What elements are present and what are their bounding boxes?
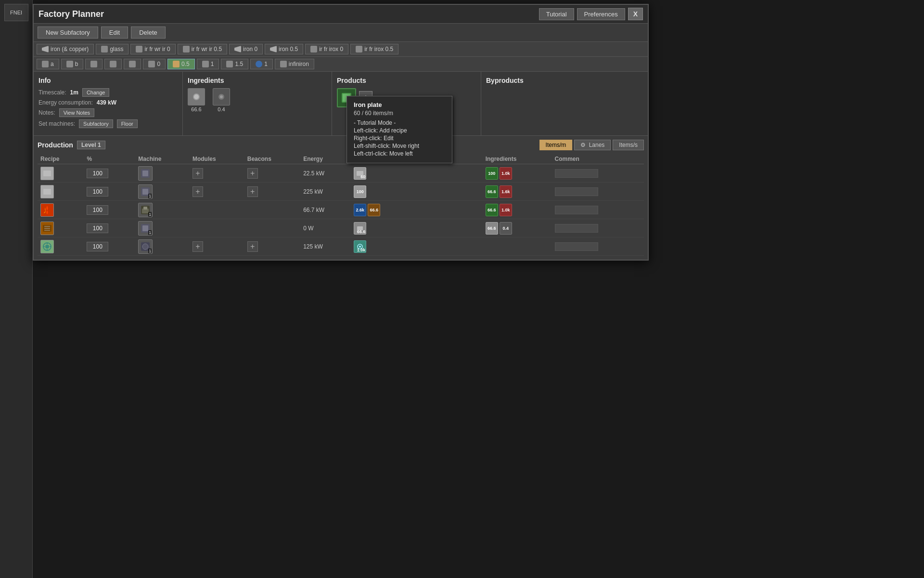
level-badge: Level 1	[77, 141, 105, 149]
svg-point-3	[220, 95, 223, 98]
ingredients-panel: Ingredients 66.6 0.4	[183, 72, 332, 135]
ingredient-icon-row4-1[interactable]: 66.6	[486, 222, 498, 235]
recipe-icon-1[interactable]	[40, 167, 54, 180]
ing-val-2-1: 66.6	[488, 189, 496, 194]
machine-icon-5[interactable]: 1	[138, 239, 153, 254]
table-row: 1 66.7 kW 2.6k 66.6	[38, 201, 644, 219]
tab-icon	[90, 61, 97, 67]
ingredient-icon-row1-1[interactable]: 100	[486, 167, 498, 180]
machine-icon-1[interactable]	[138, 166, 153, 181]
product-icon-row1[interactable]: 60	[354, 167, 366, 180]
machine-icon-3[interactable]: 1	[138, 203, 153, 217]
modules-btn-5[interactable]: +	[192, 241, 203, 252]
close-button[interactable]: X	[628, 8, 643, 20]
tab-icon	[66, 61, 73, 67]
beacons-btn-5[interactable]: +	[247, 241, 258, 252]
ingredient-icon-row2-1[interactable]: 66.6	[486, 185, 498, 198]
tab-glass[interactable]: glass	[96, 44, 128, 54]
col-pct: %	[84, 154, 135, 164]
comment-5[interactable]	[555, 242, 598, 251]
recipe-icon-2[interactable]	[40, 185, 54, 198]
product-icon-row3-2[interactable]: 66.6	[368, 204, 380, 216]
tab-icon	[234, 46, 241, 53]
fnei-btn[interactable]: FNEI	[4, 4, 28, 21]
preferences-button[interactable]: Preferences	[577, 8, 625, 20]
new-subfactory-button[interactable]: New Subfactory	[38, 26, 98, 39]
ingredient-icon-2[interactable]	[213, 88, 230, 105]
view-lanes[interactable]: ⚙ Lanes	[574, 140, 611, 150]
subfactory-button[interactable]: Subfactory	[79, 119, 113, 128]
pct-input-3[interactable]	[87, 205, 108, 215]
tab-water[interactable]: 1	[250, 59, 273, 69]
machine-icon-4[interactable]: 1	[138, 221, 153, 236]
tab-15[interactable]: 1.5	[221, 59, 248, 69]
tab-b[interactable]: b	[61, 59, 84, 69]
production-table: Recipe % Machine Modules Beacons Energy …	[38, 154, 644, 256]
view-items-per-sec[interactable]: Items/s	[613, 140, 644, 150]
tab-icon	[202, 61, 209, 67]
product-icon-row3-1[interactable]: 2.6k	[354, 204, 366, 216]
product-icon-row2[interactable]: 100	[354, 185, 366, 198]
beacons-btn-1[interactable]: +	[247, 168, 258, 179]
pct-input-2[interactable]	[87, 187, 108, 197]
pct-input-5[interactable]	[87, 242, 108, 251]
svg-rect-8	[142, 171, 148, 176]
beacons-btn-2[interactable]: +	[247, 186, 258, 197]
tab-ir-fr-wr-ir-0[interactable]: ir fr wr ir 0	[130, 44, 175, 54]
tutorial-button[interactable]: Tutorial	[539, 8, 574, 20]
recipe-icon-3[interactable]	[40, 203, 54, 217]
delete-button[interactable]: Delete	[131, 26, 166, 39]
col-energy: Energy	[300, 154, 351, 164]
content-area: Info Timescale: 1m Change Energy consump…	[34, 72, 648, 135]
ingredient-label-2: 0.4	[218, 106, 225, 112]
comment-2[interactable]	[555, 187, 598, 196]
tab-0[interactable]: 0	[143, 59, 166, 69]
tab-ir-fr-irox-05[interactable]: ir fr irox 0.5	[350, 44, 398, 54]
pct-input-4[interactable]	[87, 223, 108, 233]
recipe-icon-4[interactable]	[40, 222, 54, 235]
view-items-per-min[interactable]: Items/m	[539, 140, 573, 150]
ingredient-icon-row4-2[interactable]: 0.4	[500, 222, 512, 235]
view-notes-button[interactable]: View Notes	[59, 108, 94, 117]
change-timescale-button[interactable]: Change	[82, 88, 110, 97]
title-bar: Factory Planner Tutorial Preferences X	[34, 5, 648, 24]
tab-iron-copper[interactable]: iron (& copper)	[37, 44, 94, 54]
ingredient-icon-row3-2[interactable]: 1.0k	[500, 204, 512, 216]
recipe-icon-5[interactable]	[40, 240, 54, 253]
tab-iron-0[interactable]: iron 0	[229, 44, 263, 54]
tab-1[interactable]: 1	[197, 59, 219, 69]
col-comment: Commen	[552, 154, 644, 164]
svg-point-24	[45, 245, 49, 249]
tooltip-line-4: Left-shift-click: Move right	[354, 143, 445, 149]
tab-icon	[173, 61, 180, 67]
tab-iron-05[interactable]: iron 0.5	[265, 44, 303, 54]
machine-icon-2[interactable]: 1	[138, 184, 153, 199]
comment-4[interactable]	[555, 224, 598, 233]
tab-a[interactable]: a	[37, 59, 59, 69]
tab-row-2: a b 0 0.5 1 1.5	[34, 57, 648, 72]
svg-rect-6	[43, 171, 51, 176]
tab-05-active[interactable]: 0.5	[167, 59, 195, 69]
tab-icon	[183, 46, 190, 53]
tab-ir-fr-irox-0[interactable]: ir fr irox 0	[305, 44, 348, 54]
ingredient-icon-row3-1[interactable]: 66.6	[486, 204, 498, 216]
ingredient-icon-row1-2[interactable]: 1.0k	[500, 167, 512, 180]
tooltip-line-1: - Tutorial Mode -	[354, 119, 445, 126]
tab-empty-2[interactable]	[104, 59, 122, 69]
comment-3[interactable]	[555, 206, 598, 214]
ingredient-icon-1[interactable]	[188, 88, 205, 105]
ingredient-icon-row2-2[interactable]: 1.6k	[500, 185, 512, 198]
comment-1[interactable]	[555, 169, 598, 178]
ingredient-item-2: 0.4	[213, 88, 230, 112]
tab-empty-1[interactable]	[85, 59, 103, 69]
modules-btn-1[interactable]: +	[192, 168, 203, 179]
modules-btn-2[interactable]: +	[192, 186, 203, 197]
floor-button[interactable]: Floor	[117, 119, 138, 128]
edit-button[interactable]: Edit	[101, 26, 128, 39]
product-icon-row5[interactable]: 1.0k	[354, 240, 366, 253]
product-icon-row4[interactable]: 66.6	[354, 222, 366, 235]
tab-infiniron[interactable]: infiniron	[275, 59, 314, 69]
tab-ir-fr-wr-ir-05[interactable]: ir fr wr ir 0.5	[178, 44, 227, 54]
pct-input-1[interactable]	[87, 169, 108, 178]
tab-empty-3[interactable]	[124, 59, 141, 69]
